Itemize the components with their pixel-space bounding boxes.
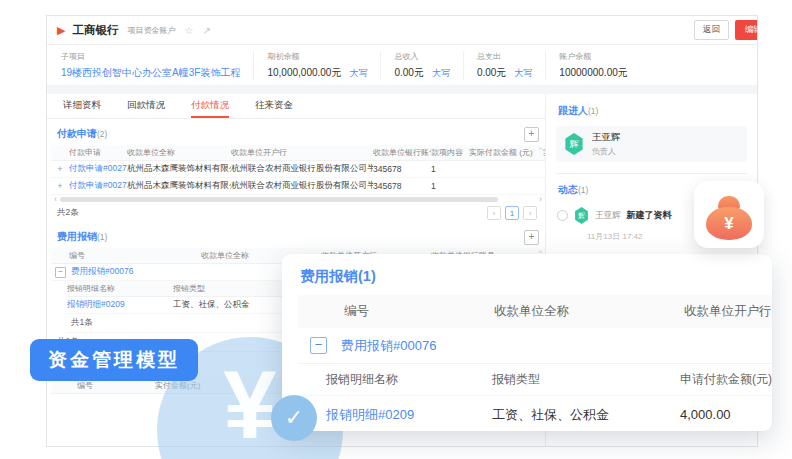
moneybag-body: ¥ [706,207,752,240]
activity-count: (1) [578,185,588,195]
followers-title: 跟进人(1) [558,104,747,118]
payment-row-2: + 付款申请#00272 杭州品木森鹰装饰材料有限公司 杭州联合农村商业银行股份… [51,178,545,195]
field-label: 期初余额 [267,51,367,62]
cell-content: 1 [431,181,469,191]
column-header: 编号 [51,380,155,391]
column-header: 报销类型 [492,371,680,388]
topbar-actions: 返回 编辑 [694,16,757,44]
column-header: 付款申请 [69,147,127,158]
summary-bar: 子项目 19楼西投创智中心办公室A幢3F装饰工程 期初余额 10,000,000… [47,45,757,85]
uppercase-link[interactable]: 大写 [349,67,367,80]
popup-detail-link[interactable]: 报销明细#0209 [326,406,492,424]
model-label-pill: 资金管理模型 [30,339,198,381]
tab-details[interactable]: 详细资料 [63,94,101,118]
field-value: 10000000.00元 [559,66,627,80]
uppercase-link[interactable]: 大写 [432,67,450,80]
check-badge-icon: ✓ [271,395,317,441]
prev-page-button[interactable]: ‹ [487,206,501,220]
cell-bank: 杭州联合农村商业银行股份有限公司半山支行 [231,180,373,192]
tab-bar: 详细资料 回款情况 付款情况 往来资金 [47,94,545,119]
field-opening-balance: 期初余额 10,000,000.00元 大写 [253,51,380,80]
cell-payee: 杭州品木森鹰装饰材料有限公司 [127,180,231,192]
section-count: (1) [97,232,107,242]
column-header: 报销明细名称 [67,283,173,294]
column-header: 申请付款金额(元) [680,371,772,388]
expense-popup-card: 费用报销(1) 编号 收款单位全称 收款单位开户行 − 费用报销#00076 报… [282,254,772,431]
uppercase-link[interactable]: 大写 [514,67,532,80]
row-expander[interactable]: + [51,164,69,174]
field-account-balance: 账户余额 10000000.00元 [545,51,640,80]
scrollbar-thumb[interactable] [60,197,498,202]
expand-icon[interactable]: ↗ [202,25,210,36]
field-value: 10,000,000.00元 [267,66,341,80]
payment-table-header: 付款申请 收款单位全称 收款单位开户行 收款单位银行账号 款项内容 实际付款金额… [51,145,545,161]
expense-link[interactable]: 费用报销#00076 [71,266,133,278]
activity-title-text: 动态 [558,184,578,195]
scroll-right-icon[interactable]: › [539,195,542,204]
tab-collections[interactable]: 回款情况 [127,94,165,118]
subproject-link[interactable]: 19楼西投创智中心办公室A幢3F装饰工程 [61,66,240,80]
tab-payments[interactable]: 付款情况 [191,94,229,118]
payment-link[interactable]: 付款申请#00274 [69,163,127,175]
column-header: 收款单位开户行 [231,147,373,158]
follower-role: 负责人 [592,146,621,157]
scroll-left-icon[interactable]: ‹ [54,195,57,204]
payment-section-header: 付款申请(2) + [51,119,545,145]
column-header: 收款单位银行账号 [373,147,431,158]
next-page-button[interactable]: › [523,206,537,220]
page-number[interactable]: 1 [505,206,519,220]
popup-sub-row: 报销明细#0209 工资、社保、公积金 4,000.00 [298,396,772,431]
column-header: 款项内容 [431,147,469,158]
cell-account: 345678 [373,164,431,174]
column-header: 编号 [298,303,494,320]
horizontal-scrollbar: ‹ › [51,195,545,204]
popup-expense-row: − 费用报销#00076 [298,328,772,364]
screenshot-stage: ▶ 工商银行 项目资金账户 ☆ ↗ 返回 编辑 子项目 19楼西投创智中心办公室… [0,0,792,459]
sidebar-divider [556,173,747,174]
follower-info: 王亚辉 负责人 [592,131,621,157]
popup-title-text: 费用报销 [300,268,358,284]
column-header: 报销类型 [173,283,293,294]
popup-expense-link[interactable]: 费用报销#00076 [341,337,436,355]
expense-section-title: 费用报销(1) [57,230,107,244]
cell-payee: 杭州品木森鹰装饰材料有限公司 [127,163,231,175]
payment-link[interactable]: 付款申请#00272 [69,180,127,192]
bank-logo-icon: ▶ [57,24,65,37]
field-label: 账户余额 [559,51,627,62]
edit-button[interactable]: 编辑 [735,20,758,40]
expense-detail-link[interactable]: 报销明细#0209 [67,299,173,311]
field-label: 子项目 [61,51,240,62]
cell-expense-type: 工资、社保、公积金 [492,406,680,424]
account-type-label: 项目资金账户 [127,25,175,36]
add-expense-button[interactable]: + [524,230,539,245]
section-title-text: 付款申请 [57,128,97,139]
popup-subtable-header: 报销明细名称 报销类型 申请付款金额(元) [298,364,772,396]
tab-current-funds[interactable]: 往来资金 [255,94,293,118]
avatar: 辉 [574,207,589,224]
row-collapser[interactable]: − [310,337,327,354]
moneybag-icon: ¥ [706,196,752,240]
field-label: 总收入 [394,51,449,62]
back-button[interactable]: 返回 [694,20,729,40]
bank-name: 工商银行 [72,23,118,38]
scroll-up-icon[interactable]: ^ [539,146,542,153]
scrollbar-track[interactable] [60,197,536,202]
section-title-text: 费用报销 [57,231,97,242]
cell-account: 345678 [373,181,431,191]
column-header: 收款单位开户行 [684,303,772,320]
moneybag-card: ¥ [694,181,764,248]
cell-bank: 杭州联合农村商业银行股份有限公司半山支行 [231,163,373,175]
column-header: 实际付款金额 (元) [469,147,543,158]
section-count: (2) [97,129,107,139]
row-expander[interactable]: + [51,181,69,191]
column-header: 实际付款日期 [543,147,545,158]
row-collapser[interactable]: − [55,267,66,278]
follower-card[interactable]: 辉 王亚辉 负责人 [556,126,747,162]
cell-content: 1 [431,164,469,174]
pagination: ‹ 1 › [487,206,537,220]
field-subproject: 子项目 19楼西投创智中心办公室A幢3F装饰工程 [61,51,253,80]
column-header: 编号 [69,250,201,261]
cell-amount: 4,000.00 [680,407,772,422]
add-payment-button[interactable]: + [524,127,539,142]
favorite-star-icon[interactable]: ☆ [184,25,193,36]
